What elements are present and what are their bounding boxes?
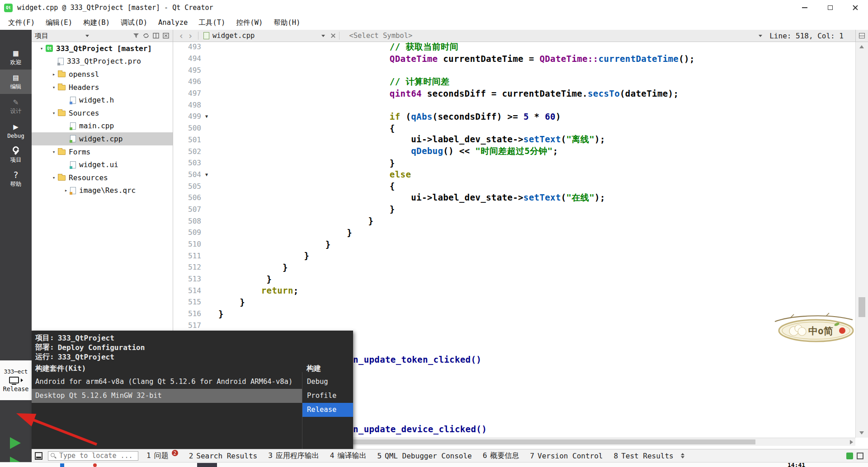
output-pane-button[interactable]: 8Test Results	[614, 452, 674, 460]
scroll-right-icon[interactable]	[850, 440, 853, 444]
split-view-icon[interactable]	[152, 32, 160, 39]
info-key: 项目:	[35, 333, 54, 343]
chevron-expanded-icon[interactable]: ▾	[50, 110, 58, 116]
symbol-combo[interactable]: <Select Symbol>	[349, 32, 412, 40]
chevron-down-icon[interactable]	[85, 35, 89, 37]
tree-item[interactable]: ▾Resources	[32, 171, 173, 184]
code-text: // 计算时间差	[212, 76, 449, 88]
filter-icon[interactable]	[132, 32, 140, 39]
code-text: qDebug() << "时间差超过5分钟";	[212, 145, 558, 157]
tree-item[interactable]: main.cpp	[32, 120, 173, 133]
vertical-scrollbar-thumb[interactable]	[859, 297, 865, 317]
forward-icon[interactable]: ›	[186, 30, 195, 41]
tree-item[interactable]: widget.ui	[32, 158, 173, 171]
tree-item[interactable]: ▾Sources	[32, 107, 173, 120]
pane-expand-icons[interactable]	[681, 453, 684, 458]
build-config-option[interactable]: Profile	[302, 389, 353, 403]
maximize-button[interactable]	[817, 0, 843, 15]
code-line: 509 }	[173, 227, 855, 238]
watermark-text: 中o简	[808, 326, 833, 336]
tree-item[interactable]: ▾333_QtProject [master]	[32, 42, 173, 55]
line-number: 499	[173, 112, 201, 121]
scroll-down-icon[interactable]	[859, 431, 864, 434]
project-pane-combo[interactable]: 项目	[35, 32, 48, 40]
line-number: 515	[173, 298, 201, 306]
function-declaration-fragment: n_update_token_clicked()	[353, 355, 481, 364]
tree-item[interactable]: ▾Headers	[32, 81, 173, 94]
mode-item-欢迎[interactable]: ▦欢迎	[0, 45, 32, 70]
chevron-collapsed-icon[interactable]: ▸	[62, 187, 70, 193]
fold-marker-icon[interactable]: ▼	[201, 114, 212, 119]
menu-item[interactable]: Analyze	[153, 15, 193, 30]
kit-selector-button[interactable]: 333⋯ect Release	[0, 360, 32, 400]
code-text: }	[212, 158, 395, 168]
split-editor-icon[interactable]	[859, 33, 865, 38]
tree-item-label: 333_QtProject.pro	[67, 57, 141, 65]
tree-item[interactable]: ▾Forms	[32, 145, 173, 159]
tree-item[interactable]: ▸image\Res.qrc	[32, 184, 173, 197]
chevron-expanded-icon[interactable]: ▾	[50, 175, 58, 181]
chevron-collapsed-icon[interactable]: ▸	[50, 71, 58, 77]
code-line: 493 // 获取当前时间	[173, 42, 855, 53]
taskbar-app-icon[interactable]	[60, 463, 64, 467]
tree-item[interactable]: widget.h	[32, 93, 173, 107]
taskbar-notification-icon[interactable]	[93, 463, 97, 467]
close-document-icon[interactable]	[330, 33, 336, 38]
output-pane-button[interactable]: 4编译输出	[330, 451, 367, 461]
close-pane-icon[interactable]	[162, 32, 170, 39]
folder-icon	[58, 85, 66, 90]
output-pane-button[interactable]: 7Version Control	[530, 452, 603, 460]
horizontal-scrollbar-thumb[interactable]	[353, 439, 755, 444]
mode-item-Debug[interactable]: ▶Debug	[0, 118, 32, 143]
kit-option[interactable]: Android for arm64-v8a (Clang Qt 5.12.6 f…	[32, 375, 302, 389]
output-pane-button[interactable]: 6概要信息	[483, 451, 519, 461]
output-pane-button[interactable]: 2Search Results	[189, 452, 258, 460]
mode-item-项目[interactable]: 项目	[0, 143, 32, 167]
maximize-icon	[828, 5, 833, 10]
build-config-option[interactable]: Release	[302, 403, 353, 417]
tree-item-label: Sources	[69, 109, 99, 117]
mode-item-帮助[interactable]: ?帮助	[0, 167, 32, 191]
code-text: }	[212, 228, 352, 238]
chevron-expanded-icon[interactable]: ▾	[50, 149, 58, 155]
function-declaration-fragment: n_update_device_clicked()	[353, 424, 487, 434]
output-pane-button[interactable]: 5QML Debugger Console	[377, 452, 472, 460]
symbol-dropdown-icon[interactable]	[759, 35, 762, 37]
menu-item[interactable]: 调试(D)	[115, 15, 153, 30]
code-text: }	[212, 216, 373, 226]
tree-item[interactable]: widget.cpp	[32, 132, 173, 145]
menu-item[interactable]: 编辑(E)	[40, 15, 78, 30]
vertical-scrollbar[interactable]	[855, 42, 868, 438]
sync-with-editor-icon[interactable]	[142, 32, 150, 39]
close-button[interactable]	[843, 0, 868, 15]
menu-item[interactable]: 帮助(H)	[268, 15, 306, 30]
pane-label: Search Results	[196, 452, 257, 460]
menu-item[interactable]: 构建(B)	[78, 15, 115, 30]
mode-item-label: 编辑	[10, 83, 22, 91]
status-green-icon[interactable]	[846, 453, 853, 459]
taskbar-active-app-icon[interactable]	[197, 463, 217, 467]
line-number: 517	[173, 321, 201, 330]
output-pane-button[interactable]: 3应用程序输出	[268, 451, 319, 461]
chevron-expanded-icon[interactable]: ▾	[50, 84, 58, 90]
tree-item[interactable]: ▸openssl	[32, 68, 173, 81]
mode-item-编辑[interactable]: ▤编辑	[0, 70, 32, 94]
build-config-option[interactable]: Debug	[302, 375, 353, 389]
menu-item[interactable]: 控件(W)	[231, 15, 268, 30]
menu-item[interactable]: 文件(F)	[3, 15, 40, 30]
cursor-position: Line: 518, Col: 1	[769, 32, 844, 40]
code-text: {	[212, 123, 395, 133]
minimize-button[interactable]	[792, 0, 817, 15]
back-icon[interactable]: ‹	[177, 30, 186, 41]
status-window-icon[interactable]	[857, 453, 863, 459]
document-dropdown-icon[interactable]	[321, 35, 325, 37]
chevron-expanded-icon[interactable]: ▾	[38, 46, 46, 51]
open-document-tab[interactable]: widget.cpp	[212, 32, 255, 40]
line-number: 494	[173, 54, 201, 63]
mode-item-设计[interactable]: ✎设计	[0, 94, 32, 118]
output-pane-button[interactable]: 1问题2	[146, 451, 178, 461]
tree-item[interactable]: 333_QtProject.pro	[32, 55, 173, 68]
scroll-up-icon[interactable]	[859, 45, 864, 48]
fold-marker-icon[interactable]: ▼	[201, 172, 212, 177]
menu-item[interactable]: 工具(T)	[193, 15, 231, 30]
